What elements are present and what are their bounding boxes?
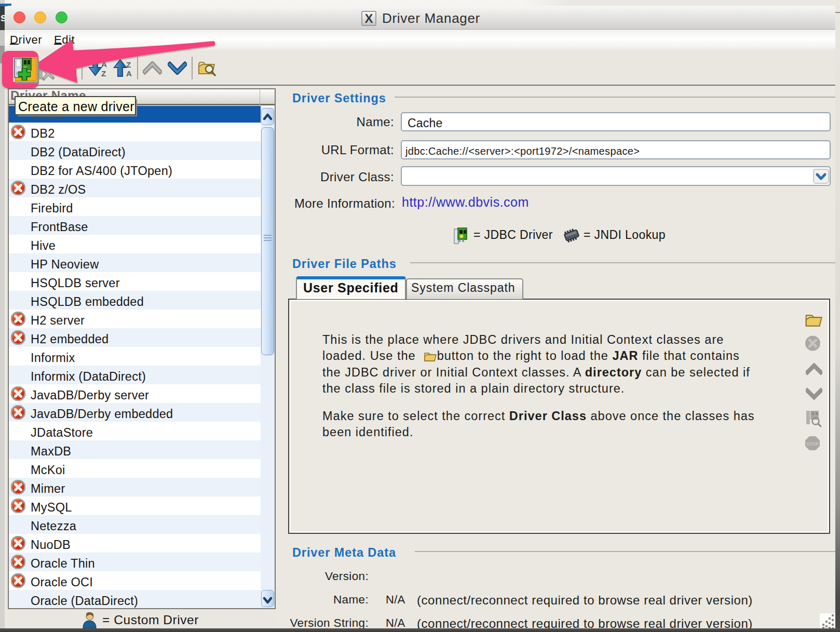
svg-text:STOP: STOP [806,441,819,447]
